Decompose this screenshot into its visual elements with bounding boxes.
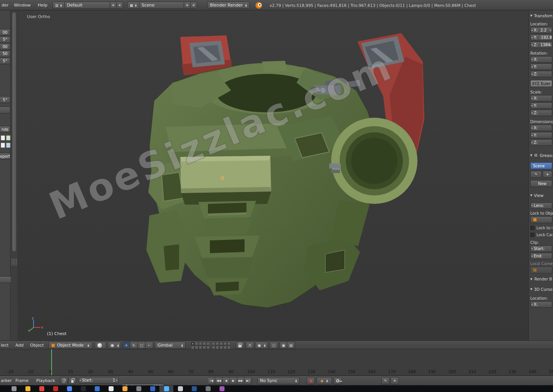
decrement-arrow-icon[interactable]: ◂	[531, 43, 533, 47]
taskbar-app-slot[interactable]	[159, 385, 173, 392]
decrement-arrow-icon[interactable]: ◂	[531, 111, 533, 115]
transform-panel-header[interactable]: ▼ Transform	[530, 12, 552, 19]
taskbar-app-slot[interactable]	[132, 385, 146, 392]
taskbar-app-icon[interactable]	[81, 386, 86, 391]
taskbar-app-slot[interactable]	[21, 385, 35, 392]
layer-cell[interactable]	[206, 346, 210, 349]
render-engine-dropdown[interactable]: Blender Render▲▼	[207, 2, 250, 9]
cursor-x-field[interactable]: ◂ X:	[530, 301, 552, 308]
view-panel-header[interactable]: ▼ View	[530, 192, 552, 199]
manipulator-toggle-button[interactable]: ⌐	[146, 342, 153, 349]
taskbar-app-icon[interactable]	[136, 386, 141, 391]
rotation-number-field[interactable]: ◂ Z:	[530, 71, 552, 77]
sync-mode-dropdown[interactable]: No Sync ▲▼	[257, 377, 300, 384]
lock-camera-checkbox[interactable]	[530, 233, 535, 237]
taskbar-app-icon[interactable]	[192, 386, 197, 391]
taskbar-app-slot[interactable]	[146, 385, 159, 392]
layer-cell[interactable]	[227, 346, 231, 349]
dimension-number-field[interactable]: ◂ Y:	[530, 132, 552, 138]
clip-end-field[interactable]: ◂ End:	[530, 253, 552, 259]
keying-set-dropdown[interactable]: ◆ ▲▼	[317, 377, 332, 384]
viewport-shading-dropdown[interactable]	[95, 342, 106, 349]
layer-cell[interactable]	[203, 346, 206, 349]
taskbar-app-icon[interactable]	[95, 386, 100, 391]
decrement-arrow-icon[interactable]: ◂	[531, 133, 533, 137]
taskbar-app-icon[interactable]	[25, 386, 30, 391]
export-button[interactable]: xport	[0, 153, 10, 160]
grease-pencil-scene-tab[interactable]: Scene	[530, 162, 552, 169]
frame-start-field[interactable]: ◂ Start: 1 ▸	[79, 377, 119, 384]
increment-arrow-icon[interactable]: ▸	[550, 43, 551, 47]
auto-keyframe-button[interactable]: ●	[307, 377, 315, 384]
taskbar-app-icon[interactable]	[53, 386, 58, 391]
tool-shelf-number-field[interactable]: 5°	[0, 36, 10, 43]
lock-object-selector-field[interactable]	[530, 216, 552, 223]
layer-cell[interactable]	[223, 346, 227, 349]
taskbar-app-icon[interactable]	[109, 386, 114, 391]
layer-cell[interactable]	[212, 342, 215, 345]
decrement-arrow-icon[interactable]: ◂	[531, 72, 533, 76]
timeline-view[interactable]: -20-100102030405060708090100110120130140…	[0, 349, 553, 375]
layer-cell[interactable]	[199, 342, 202, 345]
rotate-manipulator-button[interactable]: ↻	[130, 342, 138, 349]
increment-arrow-icon[interactable]: ▸	[550, 28, 551, 32]
file-icon[interactable]	[1, 143, 5, 148]
tool-shelf-scroll-track[interactable]	[11, 10, 18, 340]
layer-cell[interactable]	[199, 346, 202, 349]
decrement-arrow-icon[interactable]: ◂	[531, 141, 533, 144]
file-icon[interactable]	[6, 143, 10, 148]
taskbar-app-icon[interactable]	[12, 386, 17, 391]
playback-button[interactable]: ▶▶	[237, 377, 245, 384]
screen-layout-name-field[interactable]: Default	[65, 2, 110, 9]
decrement-arrow-icon[interactable]: ◂	[79, 379, 81, 382]
menu-help[interactable]: Help	[38, 3, 47, 8]
tool-shelf-scroll-thumb[interactable]	[12, 12, 17, 252]
menu-render[interactable]: der	[2, 3, 8, 8]
lock-to-cursor-checkbox[interactable]	[530, 226, 535, 230]
keying-delete-button[interactable]: ✕	[390, 377, 399, 384]
snap-toggle-button[interactable]: ∩	[246, 342, 254, 349]
taskbar-app-slot[interactable]	[90, 385, 104, 392]
viewport-3d[interactable]: MoeSizzlac.com User Ortho z x y (1) Ches…	[18, 10, 528, 340]
layer-cell[interactable]	[212, 346, 215, 349]
opengl-render-image-button[interactable]: ▣	[280, 342, 287, 349]
playback-button[interactable]: |◀	[208, 377, 215, 384]
tool-shelf-number-field[interactable]: 5°	[0, 96, 10, 103]
cursor-panel-header[interactable]: ▼ 3D Cursor	[530, 286, 552, 292]
taskbar-app-slot[interactable]	[118, 385, 132, 392]
dimension-number-field[interactable]: ◂ Z:	[530, 139, 552, 146]
bounds-button[interactable]: nds	[0, 126, 10, 133]
taskbar-app-icon[interactable]	[39, 386, 44, 391]
layer-cell[interactable]	[223, 342, 227, 345]
translate-manipulator-button[interactable]: +	[122, 342, 130, 349]
grease-pencil-panel-header[interactable]: ▼ Grease Pencil	[530, 152, 552, 158]
preview-range-button[interactable]	[60, 377, 68, 384]
scale-number-field[interactable]: ◂ Z:	[530, 110, 552, 116]
layer-cell[interactable]	[206, 342, 210, 345]
decrement-arrow-icon[interactable]: ◂	[531, 36, 533, 39]
grease-pencil-checkbox[interactable]	[534, 153, 538, 157]
taskbar-app-icon[interactable]	[164, 386, 169, 391]
menu-add[interactable]: Add	[15, 343, 23, 348]
proportional-edit-button[interactable]: ○	[270, 342, 278, 349]
menu-playback[interactable]: Playback	[36, 378, 55, 383]
pencil-data-button[interactable]: ✎	[530, 171, 542, 178]
scale-number-field[interactable]: ◂ X:	[530, 95, 552, 102]
taskbar-app-slot[interactable]	[104, 385, 118, 392]
opengl-render-anim-button[interactable]: ▤	[287, 342, 295, 349]
taskbar-app-icon[interactable]	[67, 386, 72, 391]
layer-cell[interactable]	[191, 346, 194, 349]
insert-keyframe-button[interactable]	[333, 377, 342, 384]
mode-dropdown[interactable]: Object Mode ▲▼	[49, 342, 92, 349]
snap-element-dropdown[interactable]: ▣ ▲▼	[255, 342, 268, 349]
playback-button[interactable]: ◀	[223, 377, 230, 384]
lock-to-scene-button[interactable]	[236, 342, 244, 349]
unlink-layout-button[interactable]: ✕	[117, 2, 123, 9]
menu-frame[interactable]: Frame	[15, 378, 28, 383]
layer-cell[interactable]	[195, 346, 198, 349]
lens-field[interactable]: ◂ Lens:	[530, 202, 552, 209]
taskbar-app-slot[interactable]	[201, 385, 215, 392]
keying-extra-button[interactable]: ✎	[381, 377, 390, 384]
taskbar-app-icon[interactable]	[122, 386, 127, 391]
dimension-number-field[interactable]: ◂ X:	[530, 125, 552, 131]
